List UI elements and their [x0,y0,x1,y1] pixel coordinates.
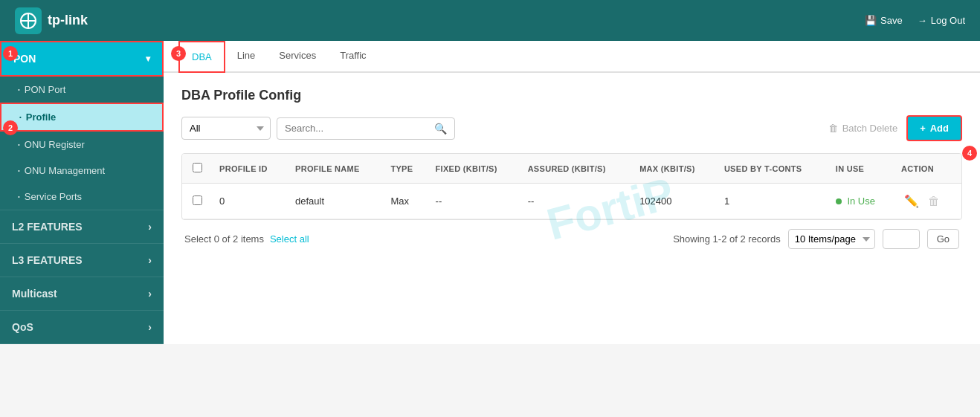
tab-traffic[interactable]: Traffic [328,41,378,73]
edit-button[interactable]: ✏️ [901,193,922,210]
cell-max: 102400 [632,184,717,219]
cell-action: ✏️ 🗑 [894,184,961,219]
tab-traffic-label: Traffic [340,50,366,61]
select-all-checkbox[interactable] [193,163,202,172]
footer-right: Showing 1-2 of 2 records 10 Items/page 2… [673,229,959,249]
cell-type: Max [383,184,428,219]
sidebar-item-pon-port[interactable]: • PON Port [0,77,164,103]
badge-3: 3 [171,46,186,61]
cell-used-by-tconts: 1 [717,184,828,219]
in-use-text: In Use [847,195,875,207]
l2-features-label: L2 FEATURES [12,221,83,233]
topbar-actions: 💾 Save → Log Out [865,15,965,26]
toolbar: All 🔍 🗑 Batch Delete + [181,115,962,141]
toolbar-left: All 🔍 [181,117,455,140]
save-icon: 💾 [865,15,877,26]
chevron-right-icon: › [148,254,152,266]
table-header-row: PROFILE ID PROFILE NAME TYPE FIXED (KBIT… [182,154,961,184]
add-button[interactable]: + Add [906,115,962,141]
sidebar-item-service-ports[interactable]: • Service Ports [0,184,164,210]
tab-line[interactable]: Line [225,41,268,73]
chevron-right-icon: › [148,221,152,233]
tab-dba[interactable]: DBA [178,41,225,73]
sidebar-item-onu-management[interactable]: • ONU Management [0,158,164,184]
multicast-label: Multicast [12,288,57,300]
header-profile-name: PROFILE NAME [288,154,383,184]
logo: tp-link [15,7,88,34]
sidebar-item-onu-management-label: ONU Management [25,165,105,176]
chevron-right-icon: › [148,321,152,333]
logout-button[interactable]: → Log Out [918,15,965,26]
header-profile-id: PROFILE ID [212,154,288,184]
go-button[interactable]: Go [927,229,959,249]
sidebar: PON ▾ • PON Port • Profile • ONU Registe… [0,41,164,344]
qos-label: QoS [12,321,33,333]
save-label: Save [880,15,903,26]
batch-delete-button[interactable]: 🗑 Batch Delete [828,123,897,134]
header-used-by-tconts: USED BY T-CONTS [717,154,828,184]
header-assured: ASSURED (KBIT/S) [520,154,633,184]
sidebar-item-profile-label: Profile [26,111,56,123]
sidebar-item-qos[interactable]: QoS › [0,311,164,344]
l3-features-label: L3 FEATURES [12,254,83,266]
search-input[interactable] [285,123,430,134]
showing-text: Showing 1-2 of 2 records [673,233,781,245]
sidebar-item-l2-features[interactable]: L2 FEATURES › [0,210,164,244]
dot-icon: • [18,193,20,200]
plus-icon: + [920,123,926,134]
toolbar-right: 🗑 Batch Delete + Add [828,115,962,141]
add-label: Add [930,123,949,134]
sidebar-item-profile[interactable]: • Profile [0,103,164,132]
save-button[interactable]: 💾 Save [865,15,903,26]
logout-icon: → [918,15,927,26]
profile-table: PROFILE ID PROFILE NAME TYPE FIXED (KBIT… [182,154,961,219]
search-icon: 🔍 [434,123,447,135]
dot-icon: • [18,141,20,148]
chevron-down-icon: ▾ [146,54,150,64]
logo-text: tp-link [48,13,88,28]
sidebar-item-l3-features[interactable]: L3 FEATURES › [0,244,164,277]
items-per-page-select[interactable]: 10 Items/page 20 Items/page 50 Items/pag… [788,229,875,249]
cell-assured: -- [520,184,633,219]
footer-left: Select 0 of 2 items Select all [184,233,309,245]
dot-icon: • [18,86,20,93]
tab-services[interactable]: Services [267,41,328,73]
badge-1: 1 [3,46,18,61]
header-checkbox-col [182,154,212,184]
select-all-link[interactable]: Select all [270,233,309,245]
sidebar-item-onu-register-label: ONU Register [25,139,85,150]
dot-icon: • [18,167,20,174]
search-box: 🔍 [277,117,455,140]
header-max: MAX (KBIT/S) [632,154,717,184]
header-in-use: IN USE [828,154,894,184]
logo-icon [15,7,42,34]
batch-delete-label: Batch Delete [842,123,897,134]
sidebar-section-pon: PON ▾ • PON Port • Profile • ONU Registe… [0,41,164,210]
trash-icon: 🗑 [828,123,838,134]
dot-icon: • [19,114,22,120]
page-content: FortiP DBA Profile Config All 🔍 [164,73,980,344]
logout-label: Log Out [931,15,965,26]
content-area: DBA Line Services Traffic FortiP DBA Pro… [164,41,980,344]
data-table: PROFILE ID PROFILE NAME TYPE FIXED (KBIT… [181,153,962,220]
sidebar-item-onu-register[interactable]: • ONU Register [0,132,164,158]
header-action: ACTION [894,154,961,184]
sidebar-item-service-ports-label: Service Ports [25,191,82,202]
sidebar-pon-header[interactable]: PON ▾ [0,41,164,77]
delete-button[interactable]: 🗑 [925,193,943,210]
table-row: 0 default Max -- -- 102400 1 In Use [182,184,961,219]
select-count: Select 0 of 2 items [184,233,264,245]
page-number-input[interactable] [883,229,920,249]
header-type: TYPE [383,154,428,184]
row-checkbox[interactable] [193,195,202,205]
cell-fixed: -- [428,184,520,219]
page-title: DBA Profile Config [181,88,962,103]
sidebar-pon-items: • PON Port • Profile • ONU Register • ON… [0,77,164,210]
topbar: tp-link 💾 Save → Log Out [0,0,980,41]
sidebar-item-multicast[interactable]: Multicast › [0,277,164,311]
tab-line-label: Line [237,50,256,61]
filter-select[interactable]: All [181,117,271,140]
badge-2: 2 [3,120,18,135]
cell-profile-id: 0 [212,184,288,219]
badge-4: 4 [962,146,977,161]
